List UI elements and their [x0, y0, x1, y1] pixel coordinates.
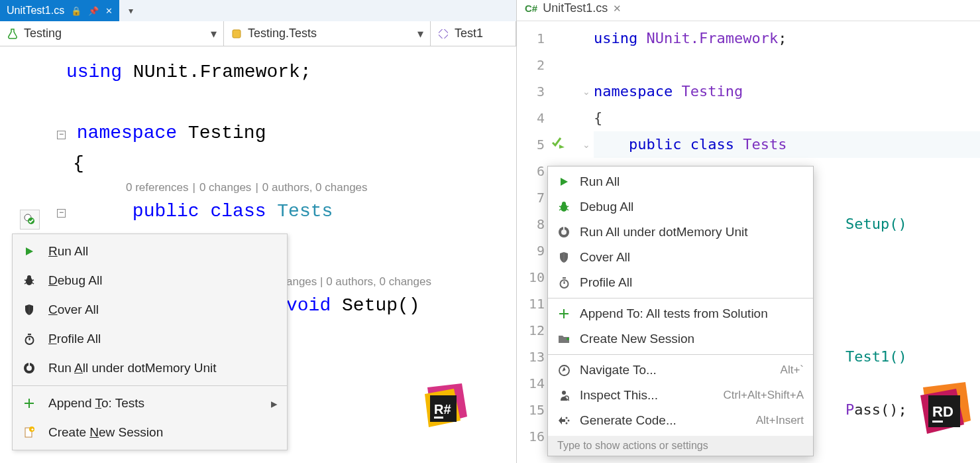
- keyword: namespace: [77, 123, 177, 143]
- pin-icon[interactable]: 📌: [88, 6, 99, 16]
- play-icon: [22, 246, 36, 257]
- svg-rect-32: [563, 227, 565, 230]
- method-name: Setup: [342, 295, 398, 316]
- close-icon[interactable]: ✕: [613, 3, 622, 15]
- line-number: 6: [517, 158, 545, 184]
- keyboard-shortcut: Alt+`: [781, 364, 804, 377]
- fold-toggle[interactable]: −: [57, 131, 66, 139]
- breadcrumb-project[interactable]: Testing ▾: [0, 21, 224, 46]
- rider-logo: RD: [918, 381, 973, 436]
- identifier: NUnit: [133, 62, 189, 82]
- svg-text:✦: ✦: [30, 427, 34, 432]
- menu-item-label: Cover All: [580, 250, 630, 265]
- gen-icon: [557, 415, 571, 426]
- tab-label: UnitTest1.cs: [7, 5, 64, 17]
- menu-item[interactable]: Navigate To...Alt+`: [548, 358, 813, 383]
- identifier: Testing: [188, 123, 266, 143]
- menu-item[interactable]: ✦Create New Session: [13, 418, 287, 447]
- menu-item[interactable]: Append To: All tests from Solution: [548, 301, 813, 326]
- menu-separator: [13, 385, 287, 386]
- keyword: using: [66, 62, 122, 82]
- svg-point-25: [562, 202, 566, 206]
- menu-item[interactable]: Profile All: [13, 324, 287, 354]
- keyword: void: [286, 295, 331, 316]
- menu-item[interactable]: Run All under dotMemory Unit: [13, 354, 287, 383]
- breadcrumb-label: Test1: [455, 27, 483, 40]
- timer-icon: [557, 277, 571, 289]
- test-gutter-marker[interactable]: [20, 210, 40, 230]
- menu-item[interactable]: Inspect This...Ctrl+Alt+Shift+A: [548, 383, 813, 408]
- visual-studio-pane: UnitTest1.cs 🔒 📌 ✕ ▾ Testing ▾ Testing.T…: [0, 0, 517, 463]
- bug-icon: [22, 275, 36, 287]
- dotmem-icon: [557, 226, 571, 238]
- line-number-gutter: 12345678910111213141516: [517, 21, 551, 450]
- menu-item-label: Debug All: [580, 200, 633, 214]
- chevron-down-icon: ▾: [211, 27, 217, 41]
- csharp-file-icon: C#: [525, 3, 537, 14]
- menu-item[interactable]: Run All under dotMemory Unit: [548, 220, 813, 245]
- keyword: class: [210, 201, 266, 222]
- menu-item[interactable]: Append To: Tests▸: [13, 389, 287, 418]
- svg-rect-15: [28, 363, 30, 365]
- svg-point-5: [27, 275, 31, 279]
- svg-line-27: [567, 206, 569, 207]
- tab-overflow[interactable]: ▾: [119, 0, 142, 21]
- rider-pane: C# UnitTest1.cs ✕ 1234567891011121314151…: [517, 0, 980, 463]
- tab-bar: C# UnitTest1.cs ✕: [517, 0, 980, 21]
- menu-item[interactable]: Cover All: [13, 295, 287, 324]
- timer-icon: [22, 333, 36, 345]
- line-number: 4: [517, 105, 545, 131]
- brace: {: [73, 153, 84, 174]
- line-number: 15: [517, 397, 545, 423]
- line-number: 9: [517, 237, 545, 264]
- keyboard-shortcut: Alt+Insert: [756, 414, 804, 427]
- fold-toggle[interactable]: ⌄: [579, 78, 594, 105]
- svg-line-8: [25, 283, 27, 284]
- breadcrumb-member[interactable]: Test1: [431, 21, 516, 46]
- menu-item-label: Append To: Tests: [48, 396, 144, 411]
- flask-icon: [7, 28, 19, 40]
- line-number: 8: [517, 211, 545, 237]
- svg-text:R#: R#: [434, 402, 451, 417]
- menu-item[interactable]: Debug All: [548, 194, 813, 220]
- menu-item[interactable]: Cover All: [548, 245, 813, 270]
- lock-icon: 🔒: [71, 6, 82, 16]
- keyword: public: [133, 201, 199, 222]
- menu-item[interactable]: Create New Session: [548, 326, 813, 352]
- breadcrumb-class[interactable]: Testing.Tests ▾: [224, 21, 431, 46]
- line-number: 2: [517, 52, 545, 78]
- fold-toggle[interactable]: ⌄: [579, 131, 594, 158]
- breadcrumb-label: Testing: [24, 27, 62, 40]
- menu-item[interactable]: Profile All: [548, 270, 813, 295]
- menu-item-label: Generate Code...: [580, 413, 677, 428]
- svg-point-42: [566, 423, 568, 425]
- line-number: 10: [517, 264, 545, 291]
- folder-icon: [557, 334, 571, 344]
- close-icon[interactable]: ✕: [105, 6, 113, 16]
- codelens[interactable]: 0 references|0 changes|0 authors, 0 chan…: [20, 179, 516, 196]
- tab-active[interactable]: C# UnitTest1.cs ✕: [517, 0, 629, 21]
- menu-item[interactable]: Generate Code...Alt+Insert: [548, 408, 813, 433]
- menu-item[interactable]: Run All: [548, 169, 813, 194]
- tab-label: UnitTest1.cs: [543, 1, 608, 15]
- menu-item-label: Append To: All tests from Solution: [580, 306, 768, 321]
- menu-item-label: Cover All: [48, 302, 99, 317]
- shield-icon: [557, 251, 571, 263]
- svg-rect-47: [932, 421, 943, 423]
- shield-icon: [22, 304, 36, 316]
- plus-icon: [557, 308, 571, 319]
- line-number: 5: [517, 131, 545, 158]
- tab-active[interactable]: UnitTest1.cs 🔒 📌 ✕: [0, 0, 119, 21]
- menu-item-label: Inspect This...: [580, 388, 658, 403]
- svg-rect-1: [439, 29, 448, 38]
- menu-item[interactable]: Run All: [13, 237, 287, 266]
- test-run-icon[interactable]: [551, 131, 566, 158]
- svg-rect-0: [233, 30, 241, 38]
- type-name: Tests: [277, 201, 333, 222]
- fold-toggle[interactable]: −: [57, 209, 66, 218]
- method-icon: [437, 28, 449, 40]
- menu-item[interactable]: Debug All: [13, 266, 287, 295]
- svg-line-39: [568, 399, 569, 401]
- line-number: 1: [517, 25, 545, 52]
- plus-icon: [22, 398, 36, 409]
